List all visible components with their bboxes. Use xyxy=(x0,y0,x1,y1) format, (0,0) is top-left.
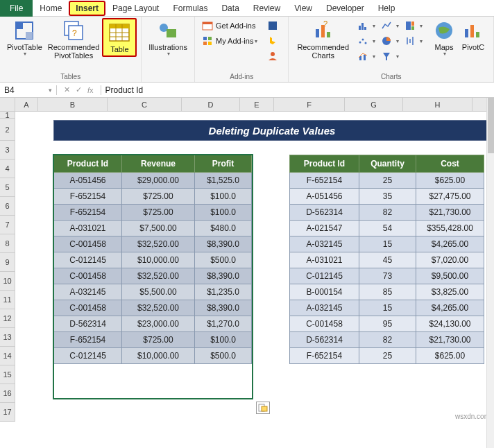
cell[interactable]: 25 xyxy=(359,173,416,189)
cell[interactable]: $725.00 xyxy=(122,332,195,348)
row-header[interactable]: 6 xyxy=(0,197,15,216)
view-tab[interactable]: View xyxy=(287,0,319,17)
cell[interactable]: $625.00 xyxy=(416,173,484,189)
cell[interactable]: $1,270.0 xyxy=(195,316,252,332)
cell[interactable]: 82 xyxy=(359,205,416,221)
row-header[interactable]: 4 xyxy=(0,160,15,178)
my-addins-button[interactable]: My Add-ins xyxy=(199,33,260,49)
cell[interactable]: F-652154 xyxy=(54,332,122,348)
enter-icon[interactable]: ✓ xyxy=(76,85,82,94)
cell[interactable]: $9,500.00 xyxy=(416,268,484,284)
illustrations-button[interactable]: Illustrations xyxy=(146,18,190,59)
bing-button[interactable] xyxy=(264,33,284,49)
cell[interactable]: $32,520.00 xyxy=(122,236,195,252)
fx-icon[interactable]: fx xyxy=(87,86,94,94)
maps-button[interactable]: Maps xyxy=(429,18,459,59)
col-header[interactable]: A xyxy=(15,98,38,111)
formula-input[interactable]: Product Id xyxy=(101,85,494,95)
cell[interactable]: C-001458 xyxy=(54,300,122,316)
cell[interactable]: C-012145 xyxy=(290,268,359,284)
cell[interactable]: $21,730.00 xyxy=(416,205,484,221)
cell[interactable]: 35 xyxy=(359,189,416,205)
cell[interactable]: $100.0 xyxy=(195,205,252,221)
review-tab[interactable]: Review xyxy=(246,0,287,17)
cell[interactable]: $725.00 xyxy=(122,205,195,221)
cell[interactable]: $3,825.00 xyxy=(416,284,484,300)
home-tab[interactable]: Home xyxy=(33,0,69,17)
cell[interactable]: $4,265.00 xyxy=(416,300,484,316)
cell[interactable]: F-652154 xyxy=(54,189,122,205)
cell[interactable]: $1,525.0 xyxy=(195,173,252,189)
row-header[interactable]: 5 xyxy=(0,178,15,197)
cell[interactable]: D-562314 xyxy=(54,316,122,332)
cell[interactable]: D-562314 xyxy=(290,332,359,348)
cell[interactable]: A-031021 xyxy=(54,221,122,236)
cell[interactable]: A-032145 xyxy=(290,300,359,316)
developer-tab[interactable]: Developer xyxy=(319,0,371,17)
cell[interactable]: $725.00 xyxy=(122,189,195,205)
col-header[interactable]: D xyxy=(182,98,240,111)
pivotchart-button[interactable]: PivotC xyxy=(459,18,488,53)
cell[interactable]: $500.0 xyxy=(195,348,252,364)
cell[interactable]: F-652154 xyxy=(290,348,359,364)
cell[interactable]: D-562314 xyxy=(290,205,359,221)
col-header[interactable]: B xyxy=(38,98,108,111)
cell[interactable]: $100.0 xyxy=(195,189,252,205)
formulas-tab[interactable]: Formulas xyxy=(166,0,214,17)
cell[interactable]: A-021547 xyxy=(290,221,359,236)
cell[interactable]: $1,235.0 xyxy=(195,284,252,300)
cell[interactable]: C-001458 xyxy=(54,268,122,284)
page-layout-tab[interactable]: Page Layout xyxy=(105,0,166,17)
pivot-table-button[interactable]: PivotTable xyxy=(4,18,45,59)
row-header[interactable]: 14 xyxy=(0,347,15,365)
row-header[interactable]: 12 xyxy=(0,309,15,328)
cell[interactable]: $4,265.00 xyxy=(416,236,484,252)
cell[interactable]: A-051456 xyxy=(290,189,359,205)
col-header[interactable] xyxy=(0,98,15,111)
recommended-pivot-button[interactable]: ? Recommended PivotTables xyxy=(45,18,103,61)
col-header[interactable]: C xyxy=(108,98,182,111)
cell[interactable]: A-031021 xyxy=(290,252,359,268)
cell[interactable]: C-012145 xyxy=(54,252,122,268)
cancel-icon[interactable]: ✕ xyxy=(64,85,70,94)
row-header[interactable]: 1 xyxy=(0,112,15,119)
cell[interactable]: C-012145 xyxy=(54,348,122,364)
cell[interactable]: 45 xyxy=(359,252,416,268)
cell[interactable]: A-051456 xyxy=(54,173,122,189)
row-header[interactable]: 3 xyxy=(0,141,15,160)
cell[interactable]: $32,520.00 xyxy=(122,300,195,316)
scatter-button[interactable] xyxy=(355,33,378,49)
worksheet[interactable]: ABCDEFGH 1234567891011121314151617 Delet… xyxy=(0,98,494,448)
cell[interactable]: 73 xyxy=(359,268,416,284)
cell[interactable]: $29,000.00 xyxy=(122,173,195,189)
row-header[interactable]: 7 xyxy=(0,216,15,234)
row-header[interactable]: 13 xyxy=(0,328,15,347)
row-header[interactable]: 11 xyxy=(0,291,15,309)
cell[interactable]: 85 xyxy=(359,284,416,300)
row-header[interactable]: 15 xyxy=(0,365,15,384)
cell[interactable]: $32,520.00 xyxy=(122,268,195,284)
cell[interactable]: A-032145 xyxy=(290,236,359,252)
visio-button[interactable] xyxy=(264,18,284,33)
cell[interactable]: $625.00 xyxy=(416,348,484,364)
cell[interactable]: B-000154 xyxy=(290,284,359,300)
cell[interactable]: 15 xyxy=(359,300,416,316)
pie-chart-button[interactable] xyxy=(378,33,402,49)
row-header[interactable]: 9 xyxy=(0,253,15,272)
cell[interactable]: $27,475.00 xyxy=(416,189,484,205)
cell[interactable]: $500.0 xyxy=(195,252,252,268)
cell[interactable]: $23,000.00 xyxy=(122,316,195,332)
bar-chart-button[interactable] xyxy=(355,18,378,33)
cell[interactable]: $24,130.00 xyxy=(416,316,484,332)
cell[interactable]: $8,390.0 xyxy=(195,268,252,284)
cell[interactable]: 82 xyxy=(359,332,416,348)
table-button[interactable]: Table xyxy=(105,20,134,55)
cell[interactable]: 54 xyxy=(359,221,416,236)
people-button[interactable] xyxy=(264,49,284,64)
row-header[interactable]: 16 xyxy=(0,384,15,403)
line-chart-button[interactable] xyxy=(378,18,402,33)
cell[interactable]: $10,000.00 xyxy=(122,348,195,364)
cell[interactable]: $7,020.00 xyxy=(416,252,484,268)
cell[interactable]: $7,500.00 xyxy=(122,221,195,236)
cell[interactable]: 25 xyxy=(359,348,416,364)
